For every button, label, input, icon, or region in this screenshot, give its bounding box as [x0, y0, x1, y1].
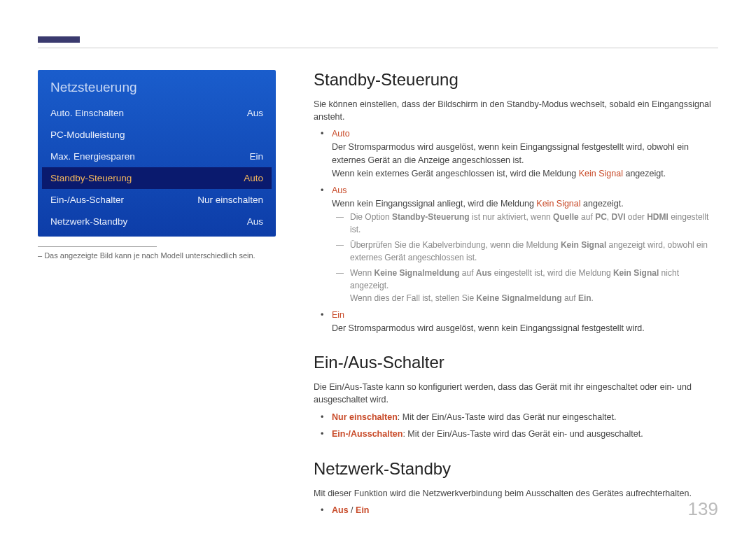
menu-item-value: Ein	[249, 151, 263, 162]
aus-p1-pre: Wenn kein Eingangssignal anliegt, wird d…	[332, 199, 536, 209]
menu-item-label: Max. Energiesparen	[50, 151, 135, 162]
menu-item-value: Nur einschalten	[197, 195, 263, 205]
right-column: Standby-Steuerung Sie können einstellen,…	[314, 70, 718, 521]
option-head-aus: Aus	[332, 185, 347, 195]
aus-p1-hl: Kein Signal	[536, 199, 580, 209]
menu-item-value: Auto	[244, 173, 263, 183]
network-option: Aus / Ein	[332, 504, 718, 517]
image-disclaimer: – Das angezeigte Bild kann je nach Model…	[38, 251, 276, 260]
menu-item-value: Aus	[247, 216, 263, 227]
menu-item-4[interactable]: Ein-/Aus-SchalterNur einschalten	[38, 189, 276, 211]
header-marker	[38, 36, 80, 43]
auto-p2-hl: Kein Signal	[579, 169, 623, 178]
menu-item-label: PC-Modulleistung	[50, 129, 125, 140]
standby-option-ein: Ein Der Stromsparmodus wird ausgelöst, w…	[332, 309, 718, 335]
aus-note-0: Die Option Standby-Steuerung ist nur akt…	[350, 211, 718, 236]
section-title-standby: Standby-Steuerung	[314, 70, 718, 90]
menu-item-2[interactable]: Max. EnergiesparenEin	[38, 146, 276, 167]
power-opt1-text: : Mit der Ein/Aus-Taste wird das Gerät n…	[398, 412, 617, 422]
auto-p2-pre: Wenn kein externes Gerät angeschlossen i…	[332, 169, 579, 178]
left-column: Netzsteuerung Auto. EinschaltenAusPC-Mod…	[38, 70, 276, 521]
menu-item-1[interactable]: PC-Modulleistung	[38, 124, 276, 146]
aus-note-2: Wenn Keine Signalmeldung auf Aus eingest…	[350, 267, 718, 304]
tv-menu-panel: Netzsteuerung Auto. EinschaltenAusPC-Mod…	[38, 70, 276, 237]
aus-notes: Die Option Standby-Steuerung ist nur akt…	[332, 211, 718, 304]
menu-item-label: Standby-Steuerung	[50, 173, 132, 183]
power-opt2-head: Ein-/Ausschalten	[332, 429, 402, 439]
network-sep: /	[349, 505, 356, 515]
standby-intro: Sie können einstellen, dass der Bildschi…	[314, 98, 718, 123]
power-opt2-text: : Mit der Ein/Aus-Taste wird das Gerät e…	[402, 429, 643, 439]
network-options-list: Aus / Ein	[314, 504, 718, 517]
power-option-1: Nur einschalten: Mit der Ein/Aus-Taste w…	[332, 411, 718, 424]
option-head-auto: Auto	[332, 129, 350, 139]
menu-title: Netzsteuerung	[38, 70, 276, 102]
network-aus: Aus	[332, 505, 349, 515]
ein-p1: Der Stromsparmodus wird ausgelöst, wenn …	[332, 323, 645, 333]
menu-item-label: Netzwerk-Standby	[50, 216, 127, 227]
auto-p1: Der Stromsparmodus wird ausgelöst, wenn …	[332, 142, 689, 165]
header-rule	[38, 48, 718, 48]
power-options-list: Nur einschalten: Mit der Ein/Aus-Taste w…	[314, 411, 718, 442]
menu-item-5[interactable]: Netzwerk-StandbyAus	[38, 211, 276, 232]
network-ein: Ein	[356, 505, 369, 515]
menu-item-label: Ein-/Aus-Schalter	[50, 195, 124, 205]
menu-item-value: Aus	[247, 108, 263, 118]
page-number: 139	[688, 498, 718, 520]
option-head-ein: Ein	[332, 310, 344, 320]
power-opt1-head: Nur einschalten	[332, 412, 398, 422]
aus-note-1: Überprüfen Sie die Kabelverbindung, wenn…	[350, 239, 718, 264]
menu-item-0[interactable]: Auto. EinschaltenAus	[38, 102, 276, 124]
auto-p2-post: angezeigt.	[623, 169, 666, 178]
section-title-network: Netzwerk-Standby	[314, 459, 718, 479]
power-intro: Die Ein/Aus-Taste kann so konfiguriert w…	[314, 381, 718, 406]
power-option-2: Ein-/Ausschalten: Mit der Ein/Aus-Taste …	[332, 428, 718, 441]
section-title-power: Ein-/Aus-Schalter	[314, 353, 718, 372]
standby-option-aus: Aus Wenn kein Eingangssignal anliegt, wi…	[332, 184, 718, 304]
footnote-divider	[38, 246, 157, 247]
standby-option-auto: Auto Der Stromsparmodus wird ausgelöst, …	[332, 127, 718, 180]
menu-item-3[interactable]: Standby-SteuerungAuto	[42, 167, 272, 189]
menu-item-label: Auto. Einschalten	[50, 108, 124, 118]
aus-p1-post: angezeigt.	[581, 199, 624, 209]
page-content: Netzsteuerung Auto. EinschaltenAusPC-Mod…	[0, 0, 756, 521]
standby-options-list: Auto Der Stromsparmodus wird ausgelöst, …	[314, 127, 718, 335]
network-intro: Mit dieser Funktion wird die Netzwerkver…	[314, 487, 718, 500]
